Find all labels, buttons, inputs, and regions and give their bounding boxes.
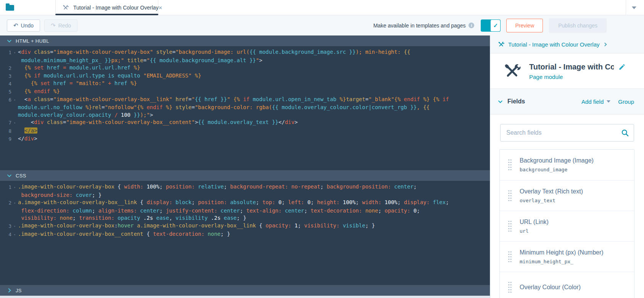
code-row[interactable]: module.url.no_follow %}rel="nofollow"{% … xyxy=(0,104,490,111)
code-line-text: {% set href = module.url.url.href %} xyxy=(18,64,140,72)
chevron-down-icon[interactable] xyxy=(498,99,502,103)
field-list-item[interactable]: Background Image (Image)background_image xyxy=(500,150,634,180)
line-number: 3 xyxy=(0,222,11,230)
fold-spacer xyxy=(11,135,18,143)
fold-arrow-icon[interactable]: ▾ xyxy=(11,199,18,207)
line-number: 3 xyxy=(0,72,11,80)
chevron-right-icon xyxy=(603,42,607,46)
drag-handle-icon[interactable] xyxy=(508,190,512,202)
section-header-css[interactable]: CSS xyxy=(0,170,490,181)
line-number xyxy=(0,192,11,199)
field-list-item[interactable]: URL (Link)url xyxy=(500,211,634,241)
fold-arrow-icon[interactable]: ▾ xyxy=(11,48,18,57)
fold-spacer xyxy=(11,72,18,80)
redo-label: Redo xyxy=(58,23,71,29)
fold-arrow-icon[interactable]: ▾ xyxy=(11,119,18,127)
undo-label: Undo xyxy=(21,23,34,29)
field-list-item[interactable]: Minimum Height (px) (Number)minimum_heig… xyxy=(500,241,634,272)
line-number: 1 xyxy=(0,48,11,57)
code-line-text: {% set href = "mailto:" + href %} xyxy=(18,80,137,88)
tools-icon xyxy=(63,5,69,11)
fold-arrow-icon[interactable]: ▾ xyxy=(11,222,18,230)
code-row[interactable]: flex-direction: column; align-items: cen… xyxy=(0,207,490,215)
code-line-text: </a> xyxy=(18,127,37,135)
editor-toolbar: ↶ Undo ↷ Redo Make available in template… xyxy=(0,15,644,35)
chevron-down-icon xyxy=(7,173,11,177)
code-row[interactable]: 2▾a.image-with-colour-overlay-box__link … xyxy=(0,199,490,207)
info-icon[interactable]: i xyxy=(469,23,474,28)
code-row[interactable]: 3 {% if module.url.url.type is equalto "… xyxy=(0,72,490,80)
code-line-text: .image-with-colour-overlay-box:hover a.i… xyxy=(18,222,375,230)
add-field-button[interactable]: Add field xyxy=(581,98,604,105)
module-sidebar: Tutorial - Image with Colour Overlay Tut… xyxy=(490,35,644,298)
fold-arrow-icon[interactable]: ▾ xyxy=(11,230,18,239)
section-header-html-hubl[interactable]: HTML + HUBL xyxy=(0,35,490,46)
search-icon[interactable] xyxy=(621,129,629,137)
group-button[interactable]: Group xyxy=(618,98,634,105)
search-fields-input[interactable] xyxy=(500,124,634,142)
close-icon[interactable]: × xyxy=(159,5,163,11)
folder-icon[interactable] xyxy=(6,5,14,11)
code-row[interactable]: 6▾ <a class="image-with-colour-overlay-b… xyxy=(0,96,490,104)
code-row[interactable]: module.overlay_colour.opacity / 100 }});… xyxy=(0,111,490,119)
field-label: Overlay Colour (Color) xyxy=(520,284,581,291)
code-row[interactable]: 4▾.image-with-colour-overlay-box__conten… xyxy=(0,230,490,239)
undo-button[interactable]: ↶ Undo xyxy=(7,19,40,32)
chevron-down-icon[interactable] xyxy=(632,6,636,9)
line-number: 4 xyxy=(0,80,11,88)
breadcrumb[interactable]: Tutorial - Image with Colour Overlay xyxy=(490,35,644,53)
fold-spacer xyxy=(11,192,18,199)
code-row[interactable]: background-size: cover; } xyxy=(0,192,490,199)
fold-spacer xyxy=(11,214,18,222)
code-row[interactable]: 8 </a> xyxy=(0,127,490,135)
drag-handle-icon[interactable] xyxy=(508,159,512,171)
active-tab-indicator xyxy=(55,14,158,15)
code-row[interactable]: 1▾<div class="image-with-colour-overlay-… xyxy=(0,48,490,57)
drag-handle-icon[interactable] xyxy=(508,251,512,263)
code-row[interactable]: module.minimum_height_px_ }}px;" title="… xyxy=(0,57,490,64)
drag-handle-icon[interactable] xyxy=(508,220,512,232)
html-hubl-code-area[interactable]: 1▾<div class="image-with-colour-overlay-… xyxy=(0,46,490,170)
field-label: Minimum Height (px) (Number) xyxy=(520,249,604,256)
code-row[interactable]: 2 {% set href = module.url.url.href %} xyxy=(0,64,490,72)
breadcrumb-label[interactable]: Tutorial - Image with Colour Overlay xyxy=(508,41,600,48)
make-available-toggle[interactable]: ✓ xyxy=(481,19,501,32)
fold-arrow-icon[interactable]: ▾ xyxy=(11,96,18,104)
drag-handle-icon[interactable] xyxy=(508,281,512,293)
pencil-icon[interactable] xyxy=(618,63,626,71)
code-row[interactable]: 4 {% set href = "mailto:" + href %} xyxy=(0,80,490,88)
field-list: Background Image (Image)background_image… xyxy=(499,149,634,298)
code-row[interactable]: 5 {% endif %} xyxy=(0,88,490,96)
fields-heading: Fields xyxy=(507,98,525,105)
module-type-label: Page module xyxy=(529,74,626,80)
field-variable-name: background_image xyxy=(520,167,594,172)
code-editor-panel: HTML + HUBL 1▾<div class="image-with-col… xyxy=(0,35,490,298)
design-manager-window: Tutorial - Image with Colour Overlay × ↶… xyxy=(0,0,644,298)
code-row[interactable]: 1▾.image-with-colour-overlay-box { width… xyxy=(0,183,490,192)
line-number: 2 xyxy=(0,64,11,72)
chevron-down-icon xyxy=(7,38,11,42)
field-list-item[interactable]: Overlay Text (Rich text)overlay_text xyxy=(500,180,634,211)
line-number: 8 xyxy=(0,127,11,135)
code-row[interactable]: 3▾.image-with-colour-overlay-box:hover a… xyxy=(0,222,490,230)
css-code-area[interactable]: 1▾.image-with-colour-overlay-box { width… xyxy=(0,181,490,285)
code-line-text: .image-with-colour-overlay-box { width: … xyxy=(18,183,417,192)
publish-changes-button[interactable]: Publish changes xyxy=(549,18,607,33)
field-texts: Minimum Height (px) (Number)minimum_heig… xyxy=(520,249,604,264)
code-line-text: <a class="image-with-colour-overlay-box_… xyxy=(18,96,449,104)
field-list-item[interactable]: Overlay Colour (Color) xyxy=(500,272,634,298)
redo-button[interactable]: ↷ Redo xyxy=(44,19,77,32)
section-header-js[interactable]: JS xyxy=(0,285,490,296)
line-number: 5 xyxy=(0,88,11,96)
code-row[interactable]: 9</div> xyxy=(0,135,490,143)
fold-arrow-icon[interactable]: ▾ xyxy=(11,183,18,192)
tab-module-editor[interactable]: Tutorial - Image with Colour Overlay × xyxy=(55,0,158,15)
undo-icon: ↶ xyxy=(13,23,18,28)
field-texts: URL (Link)url xyxy=(520,219,549,234)
preview-button[interactable]: Preview xyxy=(506,19,543,32)
caret-down-icon[interactable] xyxy=(607,100,610,103)
section-label: JS xyxy=(16,288,22,293)
code-row[interactable]: 7▾ <div class="image-with-colour-overlay… xyxy=(0,119,490,127)
fold-spacer xyxy=(11,57,18,64)
code-row[interactable]: visibility: none; transition: opacity .2… xyxy=(0,214,490,222)
